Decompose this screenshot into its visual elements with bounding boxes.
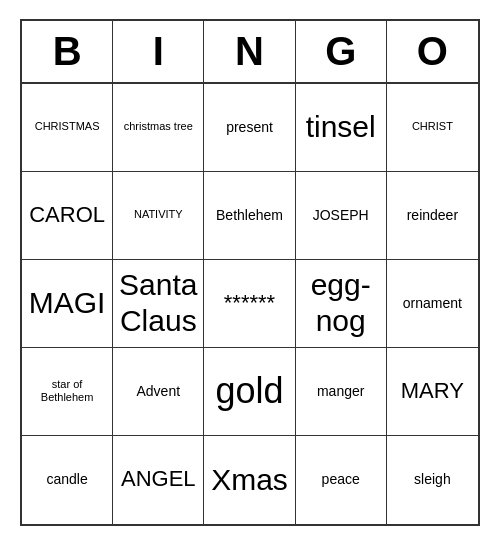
cell-text: sleigh xyxy=(414,471,451,488)
cell-text: present xyxy=(226,119,273,136)
bingo-cell: peace xyxy=(296,436,387,524)
bingo-cell: candle xyxy=(22,436,113,524)
bingo-cell: CHRISTMAS xyxy=(22,84,113,172)
bingo-cell: JOSEPH xyxy=(296,172,387,260)
cell-text: JOSEPH xyxy=(313,207,369,224)
cell-text: peace xyxy=(322,471,360,488)
bingo-cell: sleigh xyxy=(387,436,478,524)
bingo-cell: CHRIST xyxy=(387,84,478,172)
bingo-cell: NATIVITY xyxy=(113,172,204,260)
cell-text: gold xyxy=(215,369,283,412)
cell-text: CHRISTMAS xyxy=(35,120,100,133)
bingo-grid: CHRISTMASchristmas treepresenttinselCHRI… xyxy=(22,84,478,524)
cell-text: Santa Claus xyxy=(117,267,199,339)
bingo-cell: christmas tree xyxy=(113,84,204,172)
cell-text: tinsel xyxy=(306,109,376,145)
bingo-cell: egg-nog xyxy=(296,260,387,348)
bingo-cell: manger xyxy=(296,348,387,436)
cell-text: Bethlehem xyxy=(216,207,283,224)
bingo-cell: Santa Claus xyxy=(113,260,204,348)
cell-text: christmas tree xyxy=(124,120,193,133)
bingo-cell: ornament xyxy=(387,260,478,348)
cell-text: ornament xyxy=(403,295,462,312)
cell-text: reindeer xyxy=(407,207,458,224)
bingo-cell: Xmas xyxy=(204,436,295,524)
header-letter: B xyxy=(22,21,113,82)
bingo-card: BINGO CHRISTMASchristmas treepresenttins… xyxy=(20,19,480,526)
bingo-cell: gold xyxy=(204,348,295,436)
bingo-cell: Bethlehem xyxy=(204,172,295,260)
cell-text: MAGI xyxy=(29,285,106,321)
bingo-cell: CAROL xyxy=(22,172,113,260)
bingo-cell: reindeer xyxy=(387,172,478,260)
cell-text: Advent xyxy=(136,383,180,400)
cell-text: candle xyxy=(46,471,87,488)
bingo-cell: MAGI xyxy=(22,260,113,348)
bingo-cell: ****** xyxy=(204,260,295,348)
cell-text: NATIVITY xyxy=(134,208,183,221)
bingo-header: BINGO xyxy=(22,21,478,84)
bingo-cell: star of Bethlehem xyxy=(22,348,113,436)
header-letter: I xyxy=(113,21,204,82)
cell-text: egg-nog xyxy=(300,267,382,339)
cell-text: ****** xyxy=(224,290,275,316)
bingo-cell: present xyxy=(204,84,295,172)
cell-text: ANGEL xyxy=(121,466,196,492)
cell-text: CAROL xyxy=(29,202,105,228)
bingo-cell: MARY xyxy=(387,348,478,436)
cell-text: manger xyxy=(317,383,364,400)
cell-text: Xmas xyxy=(211,462,288,498)
header-letter: N xyxy=(204,21,295,82)
cell-text: MARY xyxy=(401,378,464,404)
header-letter: G xyxy=(296,21,387,82)
bingo-cell: ANGEL xyxy=(113,436,204,524)
cell-text: CHRIST xyxy=(412,120,453,133)
header-letter: O xyxy=(387,21,478,82)
bingo-cell: Advent xyxy=(113,348,204,436)
cell-text: star of Bethlehem xyxy=(26,378,108,404)
bingo-cell: tinsel xyxy=(296,84,387,172)
